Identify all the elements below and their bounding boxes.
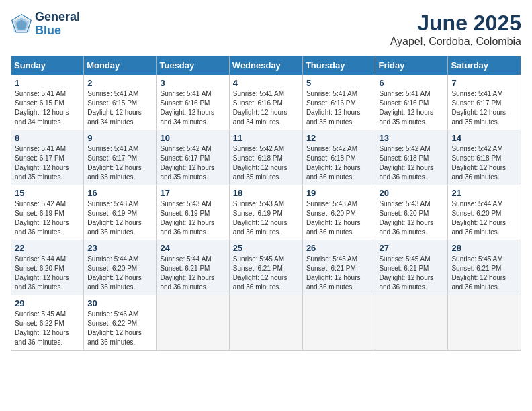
weekday-header-friday: Friday: [375, 56, 448, 75]
calendar-cell: 12Sunrise: 5:42 AM Sunset: 6:18 PM Dayli…: [302, 130, 375, 185]
calendar-cell: 5Sunrise: 5:41 AM Sunset: 6:16 PM Daylig…: [302, 75, 375, 130]
calendar-cell: 22Sunrise: 5:44 AM Sunset: 6:20 PM Dayli…: [11, 240, 84, 295]
logo: General Blue: [11, 11, 80, 38]
day-info: Sunrise: 5:42 AM Sunset: 6:18 PM Dayligh…: [379, 144, 444, 182]
day-number: 26: [306, 243, 372, 253]
calendar-cell: 13Sunrise: 5:42 AM Sunset: 6:18 PM Dayli…: [375, 130, 448, 185]
calendar-week-row: 15Sunrise: 5:42 AM Sunset: 6:19 PM Dayli…: [11, 185, 521, 240]
day-number: 4: [233, 78, 299, 88]
calendar-cell: 2Sunrise: 5:41 AM Sunset: 6:15 PM Daylig…: [84, 75, 157, 130]
month-title: June 2025: [390, 11, 521, 36]
day-number: 7: [451, 78, 517, 88]
day-info: Sunrise: 5:41 AM Sunset: 6:16 PM Dayligh…: [160, 89, 225, 127]
day-number: 17: [160, 188, 225, 198]
day-number: 24: [160, 243, 225, 253]
day-info: Sunrise: 5:44 AM Sunset: 6:20 PM Dayligh…: [87, 255, 152, 292]
day-info: Sunrise: 5:41 AM Sunset: 6:16 PM Dayligh…: [379, 89, 444, 127]
day-info: Sunrise: 5:43 AM Sunset: 6:19 PM Dayligh…: [233, 199, 299, 237]
day-number: 22: [15, 243, 80, 253]
day-info: Sunrise: 5:42 AM Sunset: 6:19 PM Dayligh…: [15, 199, 80, 237]
weekday-header-saturday: Saturday: [448, 56, 521, 75]
calendar-cell: 25Sunrise: 5:45 AM Sunset: 6:21 PM Dayli…: [229, 240, 302, 295]
day-info: Sunrise: 5:43 AM Sunset: 6:20 PM Dayligh…: [379, 199, 444, 237]
day-number: 6: [379, 78, 444, 88]
day-info: Sunrise: 5:41 AM Sunset: 6:17 PM Dayligh…: [87, 144, 152, 182]
weekday-header-wednesday: Wednesday: [229, 56, 302, 75]
day-number: 21: [451, 188, 517, 198]
calendar-cell: 18Sunrise: 5:43 AM Sunset: 6:19 PM Dayli…: [229, 185, 302, 240]
calendar-cell: 10Sunrise: 5:42 AM Sunset: 6:17 PM Dayli…: [157, 130, 229, 185]
weekday-header-thursday: Thursday: [302, 56, 375, 75]
day-number: 3: [160, 78, 225, 88]
calendar-cell: 29Sunrise: 5:45 AM Sunset: 6:22 PM Dayli…: [11, 295, 84, 351]
weekday-header-sunday: Sunday: [11, 56, 84, 75]
day-info: Sunrise: 5:42 AM Sunset: 6:18 PM Dayligh…: [233, 144, 299, 182]
calendar-week-row: 8Sunrise: 5:41 AM Sunset: 6:17 PM Daylig…: [11, 130, 521, 185]
day-info: Sunrise: 5:43 AM Sunset: 6:19 PM Dayligh…: [160, 199, 225, 237]
weekday-header-tuesday: Tuesday: [157, 56, 229, 75]
day-info: Sunrise: 5:45 AM Sunset: 6:21 PM Dayligh…: [306, 255, 372, 292]
calendar-cell: [229, 295, 302, 351]
day-number: 8: [15, 133, 80, 143]
calendar-cell: 6Sunrise: 5:41 AM Sunset: 6:16 PM Daylig…: [375, 75, 448, 130]
logo-text-line1: General: [35, 11, 80, 24]
day-number: 15: [15, 188, 80, 198]
day-number: 10: [160, 133, 225, 143]
day-info: Sunrise: 5:41 AM Sunset: 6:16 PM Dayligh…: [306, 89, 372, 127]
calendar-cell: 27Sunrise: 5:45 AM Sunset: 6:21 PM Dayli…: [375, 240, 448, 295]
day-info: Sunrise: 5:44 AM Sunset: 6:21 PM Dayligh…: [160, 255, 225, 292]
calendar-cell: 20Sunrise: 5:43 AM Sunset: 6:20 PM Dayli…: [375, 185, 448, 240]
day-info: Sunrise: 5:44 AM Sunset: 6:20 PM Dayligh…: [451, 199, 517, 237]
logo-text-line2: Blue: [35, 24, 80, 38]
day-number: 11: [233, 133, 299, 143]
calendar-cell: 23Sunrise: 5:44 AM Sunset: 6:20 PM Dayli…: [84, 240, 157, 295]
calendar-cell: [157, 295, 229, 351]
day-number: 20: [379, 188, 444, 198]
day-info: Sunrise: 5:45 AM Sunset: 6:21 PM Dayligh…: [233, 255, 299, 292]
day-number: 16: [87, 188, 152, 198]
day-info: Sunrise: 5:42 AM Sunset: 6:18 PM Dayligh…: [451, 144, 517, 182]
calendar-cell: 4Sunrise: 5:41 AM Sunset: 6:16 PM Daylig…: [229, 75, 302, 130]
calendar-cell: 21Sunrise: 5:44 AM Sunset: 6:20 PM Dayli…: [448, 185, 521, 240]
day-number: 9: [87, 133, 152, 143]
day-number: 2: [87, 78, 152, 88]
logo-icon: [11, 13, 32, 35]
day-info: Sunrise: 5:42 AM Sunset: 6:17 PM Dayligh…: [160, 144, 225, 182]
day-info: Sunrise: 5:41 AM Sunset: 6:15 PM Dayligh…: [87, 89, 152, 127]
calendar-cell: [375, 295, 448, 351]
weekday-header-monday: Monday: [84, 56, 157, 75]
title-area: June 2025 Ayapel, Cordoba, Colombia: [390, 11, 521, 48]
day-number: 25: [233, 243, 299, 253]
day-info: Sunrise: 5:41 AM Sunset: 6:15 PM Dayligh…: [15, 89, 80, 127]
calendar-cell: 7Sunrise: 5:41 AM Sunset: 6:17 PM Daylig…: [448, 75, 521, 130]
calendar-week-row: 22Sunrise: 5:44 AM Sunset: 6:20 PM Dayli…: [11, 240, 521, 295]
calendar-cell: 26Sunrise: 5:45 AM Sunset: 6:21 PM Dayli…: [302, 240, 375, 295]
day-number: 14: [451, 133, 517, 143]
day-number: 19: [306, 188, 372, 198]
day-number: 27: [379, 243, 444, 253]
day-info: Sunrise: 5:43 AM Sunset: 6:20 PM Dayligh…: [306, 199, 372, 237]
day-number: 29: [15, 298, 80, 308]
day-number: 12: [306, 133, 372, 143]
calendar-cell: 24Sunrise: 5:44 AM Sunset: 6:21 PM Dayli…: [157, 240, 229, 295]
location-subtitle: Ayapel, Cordoba, Colombia: [390, 36, 521, 48]
day-info: Sunrise: 5:41 AM Sunset: 6:16 PM Dayligh…: [233, 89, 299, 127]
day-info: Sunrise: 5:44 AM Sunset: 6:20 PM Dayligh…: [15, 255, 80, 292]
calendar-cell: 11Sunrise: 5:42 AM Sunset: 6:18 PM Dayli…: [229, 130, 302, 185]
calendar-week-row: 1Sunrise: 5:41 AM Sunset: 6:15 PM Daylig…: [11, 75, 521, 130]
day-number: 23: [87, 243, 152, 253]
calendar-cell: 3Sunrise: 5:41 AM Sunset: 6:16 PM Daylig…: [157, 75, 229, 130]
calendar-cell: 1Sunrise: 5:41 AM Sunset: 6:15 PM Daylig…: [11, 75, 84, 130]
calendar-cell: 14Sunrise: 5:42 AM Sunset: 6:18 PM Dayli…: [448, 130, 521, 185]
day-info: Sunrise: 5:41 AM Sunset: 6:17 PM Dayligh…: [15, 144, 80, 182]
day-info: Sunrise: 5:45 AM Sunset: 6:21 PM Dayligh…: [379, 255, 444, 292]
calendar-cell: 8Sunrise: 5:41 AM Sunset: 6:17 PM Daylig…: [11, 130, 84, 185]
day-number: 28: [451, 243, 517, 253]
page-header: General Blue June 2025 Ayapel, Cordoba, …: [11, 11, 521, 48]
day-number: 13: [379, 133, 444, 143]
day-number: 5: [306, 78, 372, 88]
calendar-week-row: 29Sunrise: 5:45 AM Sunset: 6:22 PM Dayli…: [11, 295, 521, 351]
calendar-cell: 19Sunrise: 5:43 AM Sunset: 6:20 PM Dayli…: [302, 185, 375, 240]
calendar-table: SundayMondayTuesdayWednesdayThursdayFrid…: [11, 56, 521, 351]
calendar-cell: 28Sunrise: 5:45 AM Sunset: 6:21 PM Dayli…: [448, 240, 521, 295]
